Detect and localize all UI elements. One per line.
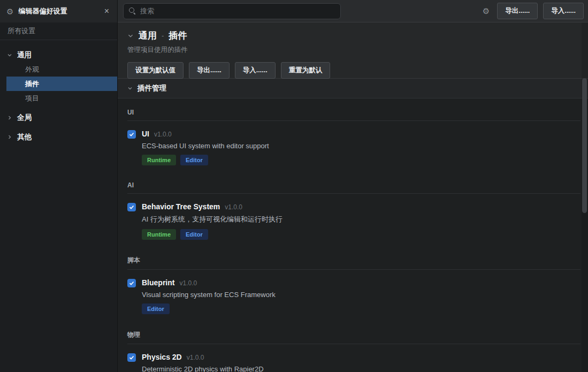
plugin-checkbox[interactable] — [127, 203, 136, 211]
plugin-description: Visual scripting system for ECS Framewor… — [142, 291, 276, 299]
plugin-name: Behavior Tree System — [142, 202, 220, 211]
search-box — [123, 3, 341, 19]
plugin-name: Blueprint — [142, 278, 174, 287]
plugin-description: AI 行为树系统，支持可视化编辑和运行时执行 — [142, 215, 282, 224]
plugin-checkbox[interactable] — [127, 353, 136, 362]
chevron-down-icon — [127, 86, 133, 91]
preferences-window: ⚙ 编辑器偏好设置 × 所有设置 通用 外观 插件 项目 — [0, 0, 588, 372]
set-as-default-button[interactable]: 设置为默认值 — [127, 62, 184, 79]
topbar-import-button[interactable]: 导入...... — [543, 3, 584, 19]
plugin-badges: RuntimeEditor — [142, 155, 269, 165]
chevron-down-icon[interactable] — [127, 33, 134, 39]
reset-to-default-button[interactable]: 重置为默认 — [281, 62, 331, 79]
plugin-row: Physics 2D v1.0.0 Deterministic 2D physi… — [127, 353, 581, 372]
import-button[interactable]: 导入...... — [235, 62, 276, 79]
topbar-export-button[interactable]: 导出...... — [497, 3, 538, 19]
breadcrumb: 通用 - 插件 — [127, 29, 578, 42]
badge-editor: Editor — [180, 155, 208, 165]
plugin-name: Physics 2D — [142, 353, 182, 361]
plugin-description: Deterministic 2D physics with Rapier2D — [142, 365, 264, 372]
main-panel: ⚙ 导出...... 导入...... 通用 - 插件 管理项目使用的插件 设置… — [118, 0, 588, 372]
settings-gear-icon: ⚙ — [6, 7, 13, 16]
search-input[interactable] — [140, 7, 335, 15]
breadcrumb-parent: 通用 — [139, 29, 157, 42]
tree-item-appearance[interactable]: 外观 — [6, 62, 117, 77]
divider — [127, 269, 581, 270]
category-label: AI — [127, 181, 581, 189]
close-icon[interactable]: × — [103, 6, 111, 16]
search-icon — [129, 7, 136, 14]
plugin-info: Blueprint v1.0.0 Visual scripting system… — [142, 278, 276, 314]
chevron-right-icon — [7, 134, 12, 140]
category-label: 脚本 — [127, 256, 581, 265]
category-label: 物理 — [127, 330, 581, 339]
tree-group-label: 全局 — [17, 113, 32, 123]
plugin-checkbox[interactable] — [127, 130, 136, 139]
header-actions: 设置为默认值 导出...... 导入...... 重置为默认 — [127, 62, 578, 79]
badge-runtime: Runtime — [142, 229, 176, 240]
page-subtitle: 管理项目使用的插件 — [127, 45, 578, 55]
tree-item-label: 项目 — [25, 94, 39, 103]
settings-scroll-area: 通用 - 插件 管理项目使用的插件 设置为默认值 导出...... 导入....… — [118, 22, 588, 372]
badge-runtime: Runtime — [142, 155, 176, 165]
category-label: UI — [127, 109, 581, 116]
divider — [127, 344, 581, 344]
plugin-badges: Editor — [142, 303, 276, 314]
divider — [127, 193, 581, 194]
tree-group-other[interactable]: 其他 — [0, 130, 117, 144]
breadcrumb-separator: - — [162, 32, 164, 40]
section-label: 插件管理 — [138, 83, 166, 93]
sidebar-header: ⚙ 编辑器偏好设置 × — [0, 0, 117, 22]
topbar-gear-icon[interactable]: ⚙ — [483, 7, 490, 15]
plugin-category-ui: UI UI v1.0.0 ECS-based UI system with ed… — [127, 98, 581, 171]
plugin-category-script: 脚本 Blueprint v1.0.0 Visual scripting sys… — [127, 246, 581, 320]
chevron-right-icon — [7, 115, 12, 120]
tree-item-label: 插件 — [25, 79, 39, 89]
plugin-badges: RuntimeEditor — [142, 229, 282, 240]
plugin-info: Behavior Tree System v1.0.0 AI 行为树系统，支持可… — [142, 202, 282, 240]
plugin-category-physics: 物理 Physics 2D v1.0.0 Deterministic 2D ph… — [127, 320, 581, 372]
settings-tree: 通用 外观 插件 项目 全局 其他 — [0, 40, 117, 144]
tree-group-label: 其他 — [17, 132, 32, 142]
chevron-down-icon — [7, 52, 12, 58]
divider — [127, 120, 581, 121]
plugin-name: UI — [142, 130, 149, 138]
scrollbar-track[interactable] — [582, 22, 588, 372]
tree-item-label: 外观 — [25, 65, 39, 74]
tree-group-global[interactable]: 全局 — [0, 110, 117, 125]
plugin-version: v1.0.0 — [225, 203, 242, 211]
plugin-row: Blueprint v1.0.0 Visual scripting system… — [127, 278, 581, 320]
topbar: ⚙ 导出...... 导入...... — [118, 0, 588, 22]
plugin-manager-section-header[interactable]: 插件管理 — [118, 78, 588, 98]
plugin-row: Behavior Tree System v1.0.0 AI 行为树系统，支持可… — [127, 202, 581, 246]
sidebar-item-all-settings[interactable]: 所有设置 — [0, 22, 117, 40]
badge-editor: Editor — [142, 303, 170, 314]
tree-group-general[interactable]: 通用 — [0, 48, 117, 62]
plugin-version: v1.0.0 — [179, 279, 197, 287]
sidebar: ⚙ 编辑器偏好设置 × 所有设置 通用 外观 插件 项目 — [0, 0, 118, 372]
plugin-category-ai: AI Behavior Tree System v1.0.0 AI 行为树系统，… — [127, 171, 581, 246]
plugin-info: Physics 2D v1.0.0 Deterministic 2D physi… — [142, 353, 264, 372]
window-title: 编辑器偏好设置 — [18, 6, 97, 16]
plugin-version: v1.0.0 — [154, 131, 172, 138]
tree-item-plugins[interactable]: 插件 — [6, 77, 117, 91]
plugin-checkbox[interactable] — [127, 279, 136, 287]
page-title: 插件 — [169, 29, 187, 42]
scrollbar-thumb[interactable] — [582, 78, 587, 213]
badge-editor: Editor — [180, 229, 208, 240]
tree-group-label: 通用 — [17, 50, 32, 60]
tree-item-project[interactable]: 项目 — [6, 91, 117, 105]
plugin-version: v1.0.0 — [187, 354, 204, 361]
export-button[interactable]: 导出...... — [189, 62, 230, 79]
plugin-info: UI v1.0.0 ECS-based UI system with edito… — [142, 130, 269, 165]
plugin-description: ECS-based UI system with editor support — [142, 142, 269, 150]
plugin-list: UI UI v1.0.0 ECS-based UI system with ed… — [118, 98, 588, 372]
page-header: 通用 - 插件 管理项目使用的插件 设置为默认值 导出...... 导入....… — [118, 22, 588, 78]
plugin-row: UI v1.0.0 ECS-based UI system with edito… — [127, 130, 581, 171]
